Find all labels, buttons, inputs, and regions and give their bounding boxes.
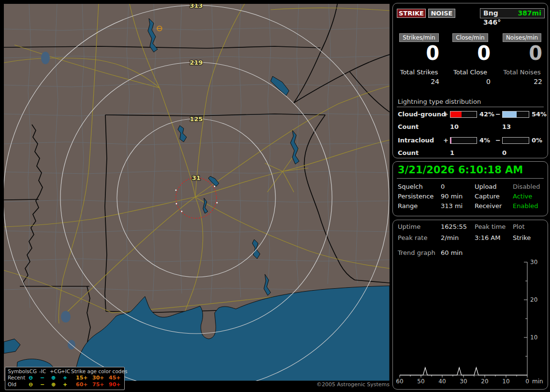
legend-nic-header: -IC xyxy=(39,368,46,374)
distance-value: 387mi xyxy=(518,9,541,18)
legend-symbols-header: Symbols xyxy=(8,368,29,374)
counters-panel: STRIKE NOISE Bng 346° 387mi Strikes/min … xyxy=(392,3,548,158)
close-per-min-chip[interactable]: Close/min xyxy=(452,33,488,42)
intracloud-row: Intracloud + 4% − 0% xyxy=(393,137,548,144)
close-counter-column: Close/min 0 Total Close 0 xyxy=(447,32,493,85)
strikes-per-min-value: 0 xyxy=(396,43,442,63)
bearing-distance-box: Bng 346° 387mi xyxy=(480,8,545,18)
recent-neg-ic-icon: − xyxy=(40,375,44,381)
symbol-legend: Symbols -CG -IC +CG +IC Strike age color… xyxy=(5,367,125,390)
peak-rate-value: 2/min xyxy=(441,234,459,241)
age-60: 60+ xyxy=(76,381,88,388)
recent-neg-cg-icon: ⊖ xyxy=(29,375,33,381)
total-noises-label: Total Noises xyxy=(499,69,545,76)
total-noises-value: 22 xyxy=(499,78,545,85)
cloud-ground-count-row: Count 10 13 xyxy=(393,123,548,131)
total-strikes-label: Total Strikes xyxy=(396,69,442,76)
ring-label-125: 125 xyxy=(189,115,203,123)
cg-plus-sign: + xyxy=(443,111,449,118)
cg-pos-bar xyxy=(450,111,477,118)
legend-recent-row: Recent ⊖ − ⊕ + 15+ 30+ 45+ xyxy=(5,375,124,381)
stats-panel: Uptime 1625:55 Peak time Plot Peak rate … xyxy=(392,220,548,390)
stats-row: Uptime 1625:55 Peak time Plot xyxy=(393,223,548,231)
squelch-label: Squelch xyxy=(398,183,423,190)
cg-pos-bar-fill xyxy=(450,112,462,117)
strikes-counter-column: Strikes/min 0 Total Strikes 24 xyxy=(396,32,442,85)
bearing-value: Bng 346° xyxy=(483,9,518,18)
strike-toggle-button[interactable]: STRIKE xyxy=(397,9,426,18)
legend-header-row: Symbols -CG -IC +CG +IC Strike age color… xyxy=(5,368,124,375)
total-close-value: 0 xyxy=(447,78,493,85)
map-canvas[interactable]: 313 219 125 31 xyxy=(4,4,390,381)
status-row: Range 313 mi Receiver Enabled xyxy=(393,202,548,210)
ring-label-313: 313 xyxy=(189,4,203,9)
status-panel: 3/21/2026 6:10:18 AM Squelch 0 Upload Di… xyxy=(392,161,548,216)
svg-text:30: 30 xyxy=(460,378,467,385)
svg-text:30: 30 xyxy=(530,259,537,266)
ic-neg-bar xyxy=(502,137,529,144)
uptime-value: 1625:55 xyxy=(441,223,467,230)
ic-neg-pct: 0% xyxy=(532,137,542,144)
persistence-value: 90 min xyxy=(441,193,463,200)
upload-label: Upload xyxy=(475,183,497,190)
lightning-detector-app: { "header": { "strike_button": "STRIKE",… xyxy=(0,0,550,392)
age-75: 75+ xyxy=(92,381,104,388)
age-15: 15+ xyxy=(76,375,88,381)
intracloud-count-row: Count 1 0 xyxy=(393,149,548,157)
svg-text:20: 20 xyxy=(530,296,537,303)
legend-recent-label: Recent xyxy=(8,375,25,380)
cg-pos-count: 10 xyxy=(450,123,459,130)
legend-pic-header: +IC xyxy=(61,368,70,374)
range-value: 313 mi xyxy=(441,202,463,210)
total-close-label: Total Close xyxy=(447,69,493,76)
age-45: 45+ xyxy=(109,375,121,381)
trend-graph-range: 60 min xyxy=(441,249,463,256)
range-label: Range xyxy=(398,202,418,210)
ic-count-label: Count xyxy=(398,149,419,156)
peak-rate-label: Peak rate xyxy=(398,234,427,241)
uptime-label: Uptime xyxy=(398,223,420,230)
cg-neg-bar xyxy=(502,111,529,118)
svg-text:10: 10 xyxy=(530,334,537,341)
legend-old-row: Old ⊖ − ⊕ + 60+ 75+ 90+ xyxy=(5,381,124,388)
status-row: Squelch 0 Upload Disabled xyxy=(393,183,548,191)
trend-graph-row: Trend graph 60 min xyxy=(393,249,548,257)
peak-time-value: 3:16 AM xyxy=(475,234,500,241)
old-neg-ic-icon: − xyxy=(40,381,44,388)
plot-label: Plot xyxy=(513,223,525,230)
trend-graph-label: Trend graph xyxy=(398,249,435,256)
capture-label: Capture xyxy=(475,193,500,200)
legend-age-title: Strike age color codes xyxy=(71,368,127,374)
total-strikes-value: 24 xyxy=(396,78,442,85)
ic-pos-bar xyxy=(450,137,477,144)
cg-neg-count: 13 xyxy=(502,123,511,130)
legend-old-label: Old xyxy=(8,381,16,387)
old-pos-cg-icon: ⊕ xyxy=(51,381,56,388)
intracloud-label: Intracloud xyxy=(398,137,434,144)
cloud-ground-label: Cloud-ground xyxy=(398,111,446,118)
close-per-min-value: 0 xyxy=(447,43,493,63)
noise-toggle-button[interactable]: NOISE xyxy=(428,9,455,18)
cg-neg-pct: 54% xyxy=(532,111,547,118)
strikes-per-min-chip[interactable]: Strikes/min xyxy=(399,33,438,42)
trend-graph-chart: 3020106050403020100min xyxy=(393,256,548,388)
svg-text:20: 20 xyxy=(481,378,488,385)
squelch-value: 0 xyxy=(441,183,445,190)
capture-state: Active xyxy=(513,193,532,200)
noises-per-min-value: 0 xyxy=(499,43,545,63)
svg-text:60: 60 xyxy=(396,378,403,385)
ic-pos-count: 1 xyxy=(450,149,454,156)
plot-value: Strike xyxy=(513,234,531,241)
svg-text:40: 40 xyxy=(438,378,446,385)
recent-pos-cg-icon: ⊕ xyxy=(51,375,56,381)
old-pos-ic-icon: + xyxy=(63,381,67,388)
age-30: 30+ xyxy=(92,375,104,381)
cg-minus-sign: − xyxy=(495,111,501,118)
noises-per-min-chip[interactable]: Noises/min xyxy=(503,33,541,42)
persistence-label: Persistence xyxy=(398,193,434,200)
stats-row: Peak rate 2/min 3:16 AM Strike xyxy=(393,234,548,242)
distribution-separator xyxy=(397,107,544,107)
legend-ncg-header: -CG xyxy=(28,368,37,374)
cg-count-label: Count xyxy=(398,123,419,130)
upload-state: Disabled xyxy=(513,183,540,190)
